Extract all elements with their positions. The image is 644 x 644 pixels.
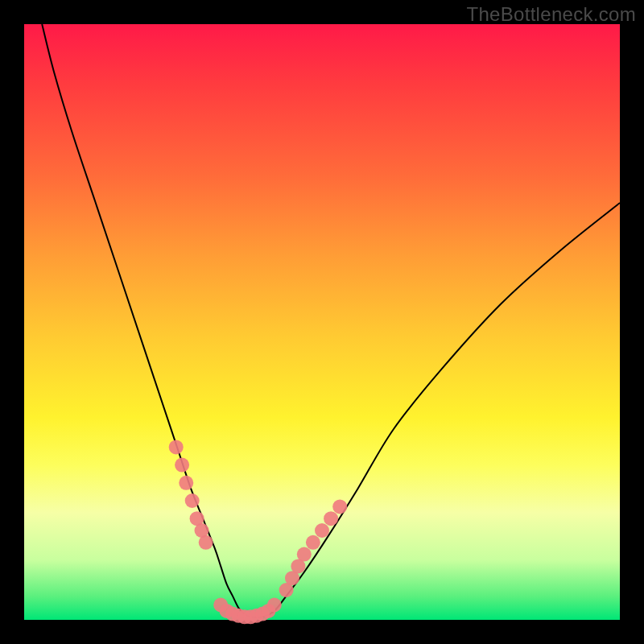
data-point <box>297 547 312 562</box>
data-point <box>315 523 329 538</box>
data-point <box>169 440 184 454</box>
data-point <box>199 535 213 550</box>
data-point <box>267 598 282 613</box>
data-point <box>185 493 200 508</box>
data-point <box>324 511 338 526</box>
plot-area <box>24 24 620 620</box>
series-black-curve <box>42 24 620 617</box>
data-point <box>179 476 193 490</box>
series-pink-markers <box>169 440 348 624</box>
curve-path <box>42 24 620 617</box>
data-point <box>332 499 347 514</box>
chart-frame: TheBottleneck.com <box>0 0 644 644</box>
watermark-text: TheBottleneck.com <box>466 3 636 26</box>
chart-svg <box>24 24 620 620</box>
data-point <box>175 458 189 473</box>
data-point <box>306 535 320 550</box>
